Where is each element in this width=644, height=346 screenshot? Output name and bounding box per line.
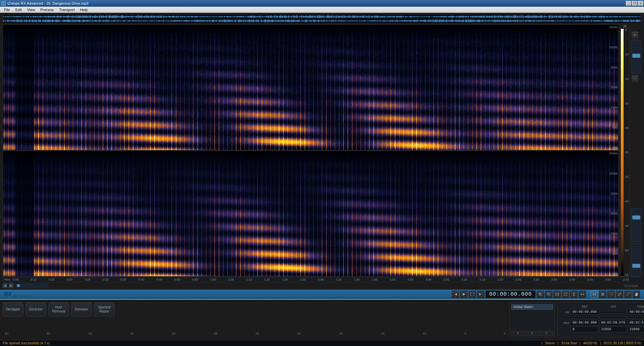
zoom-h-icon — [580, 292, 584, 296]
transport-play-button[interactable] — [460, 291, 468, 298]
window-titlebar: iZotope RX Advanced - 25. Dangerous Driv… — [0, 0, 644, 7]
spectrogram-panel[interactable]: 2000010000500020001000500100 Hz 20000100… — [3, 24, 619, 277]
lasso-icon — [609, 292, 613, 296]
contrast-slider[interactable] — [631, 243, 641, 277]
scroll-right-button[interactable]: ► — [9, 283, 13, 288]
vzoom-in-button[interactable]: + — [631, 31, 639, 39]
svg-point-4 — [610, 293, 612, 295]
sel-length-hz-field[interactable] — [628, 316, 644, 318]
db-colorbar: dB -5-10-15-20-25-30-35-40-45-50-55 — [620, 24, 630, 277]
view-length-hz-field[interactable]: 22050 — [628, 327, 644, 332]
rx-logo: RX — [4, 291, 11, 297]
sel-start-field[interactable]: 00:00:00.000 — [571, 309, 598, 315]
module-declicker-button[interactable]: Declicker — [25, 302, 46, 316]
module-denoiser-button[interactable]: Denoiser — [71, 302, 92, 316]
menu-view[interactable]: View — [24, 8, 38, 12]
zoom-sel-icon — [555, 292, 559, 296]
history-c-button[interactable]: C — [540, 331, 553, 336]
menu-edit[interactable]: Edit — [13, 8, 24, 12]
time-ruler[interactable]: hms 0:050:100:150:200:250:300:350:400:45… — [3, 277, 641, 282]
module-declipper-button[interactable]: Declipper — [3, 302, 23, 316]
hzoom-slider[interactable] — [15, 284, 48, 287]
play-icon — [462, 292, 466, 296]
view-start-field[interactable]: 00:00:00.000 — [571, 320, 598, 326]
vzoom-slider[interactable] — [631, 40, 641, 73]
svg-rect-3 — [601, 293, 604, 296]
zoom-fit-button[interactable] — [562, 291, 569, 298]
selection-panel: start end length sel 00:00:00.000 00:00:… — [557, 302, 641, 337]
zoom-horiz-button[interactable] — [579, 291, 586, 298]
transport-rewind-button[interactable] — [452, 291, 459, 298]
app-icon — [1, 1, 6, 6]
zoom-v-icon — [572, 292, 576, 296]
sel-end-field[interactable] — [599, 311, 627, 313]
spectrogram-left[interactable]: 2000010000500020001000500100 Hz — [3, 24, 619, 150]
overview-waveform[interactable] — [3, 14, 641, 24]
zoom-fit-icon — [564, 292, 568, 296]
history-b-button[interactable]: B — [525, 331, 539, 336]
hand-icon — [634, 292, 638, 296]
status-message: File opened successfully (4.7 s) — [3, 341, 539, 345]
status-extra: 00:01:38.135 | 8803.0 Hz — [604, 341, 641, 345]
brightness-slider[interactable] — [631, 208, 641, 242]
brand-stripe: RX ADVANCED 00:00:00.000 — [0, 290, 644, 300]
freq-unit: Hz — [614, 273, 618, 276]
status-format: 32-bit float — [561, 341, 577, 345]
history-item[interactable]: <Initial State> — [511, 304, 553, 310]
tool-grab-button[interactable] — [633, 291, 640, 298]
module-spectral-repair-button[interactable]: Spectral Repair — [94, 302, 115, 316]
history-a-button[interactable]: A — [511, 331, 525, 336]
time-display[interactable]: 00:00:00.000 — [485, 290, 536, 298]
vzoom-out-button[interactable]: − — [631, 75, 639, 82]
status-samplerate: 44100 Hz — [583, 341, 597, 345]
timesel-icon — [592, 292, 596, 296]
status-channels: Stereo — [545, 341, 555, 345]
close-button[interactable]: × — [638, 1, 643, 6]
brush-icon — [618, 292, 622, 296]
minimize-button[interactable]: _ — [626, 1, 631, 6]
sel-end-hz-field[interactable] — [599, 316, 627, 318]
module-buttons: Declipper Declicker Hum Removal Denoiser… — [3, 302, 507, 316]
zoom-in-icon — [538, 292, 542, 296]
menu-file[interactable]: File — [1, 8, 13, 12]
maximize-button[interactable]: ❐ — [632, 1, 637, 6]
tool-lasso-button[interactable] — [607, 291, 615, 298]
return-icon — [479, 292, 483, 296]
rx-logo-sub: ADVANCED — [13, 295, 33, 298]
tool-brush-button[interactable] — [616, 291, 623, 298]
view-end-field[interactable]: 00:02:59.670 — [599, 320, 627, 326]
zoom-in-button[interactable] — [537, 291, 544, 298]
vertical-zoom-controls: + − — [631, 24, 641, 277]
menubar: File Edit View Process Transport Help — [0, 7, 644, 13]
zoom-out-button[interactable] — [545, 291, 552, 298]
svg-rect-2 — [556, 293, 558, 295]
view-end-hz-field[interactable]: 22050 — [599, 327, 627, 332]
loop-icon — [470, 292, 474, 296]
module-hum-removal-button[interactable]: Hum Removal — [48, 302, 69, 316]
corner-logo: iZotope — [624, 284, 641, 288]
spectrogram-right[interactable]: 2000010000500020001000500100 Hz — [3, 151, 619, 277]
tool-time-select-button[interactable] — [591, 291, 598, 298]
freqsel-icon — [601, 292, 605, 296]
tool-freq-select-button[interactable] — [599, 291, 606, 298]
view-length-field[interactable]: 00:02:59.670 — [628, 320, 644, 326]
zoom-vert-button[interactable] — [570, 291, 578, 298]
transport-return-button[interactable] — [477, 291, 484, 298]
scroll-left-button[interactable]: ◄ — [3, 283, 7, 288]
zoom-out-icon — [547, 292, 551, 296]
sel-start-hz-field[interactable] — [571, 316, 598, 318]
wand-icon — [626, 292, 630, 296]
menu-help[interactable]: Help — [77, 8, 91, 12]
zoom-selection-button[interactable] — [553, 291, 561, 298]
sel-length-field[interactable]: 00:00:00.000 — [628, 309, 644, 315]
transport-loop-button[interactable] — [469, 291, 476, 298]
freq-unit: Hz — [614, 146, 618, 150]
menu-process[interactable]: Process — [38, 8, 56, 12]
history-panel: <Initial State> A B C — [509, 302, 555, 337]
meter-scale: -60-55-50-45-40-35-30-25-20-15-10-50 — [3, 332, 507, 337]
menu-transport[interactable]: Transport — [56, 8, 77, 12]
statusbar: File opened successfully (4.7 s) | Stere… — [0, 340, 644, 346]
view-start-hz-field[interactable]: 0 — [571, 327, 598, 332]
window-title: iZotope RX Advanced - 25. Dangerous Driv… — [7, 1, 626, 5]
tool-wand-button[interactable] — [624, 291, 632, 298]
